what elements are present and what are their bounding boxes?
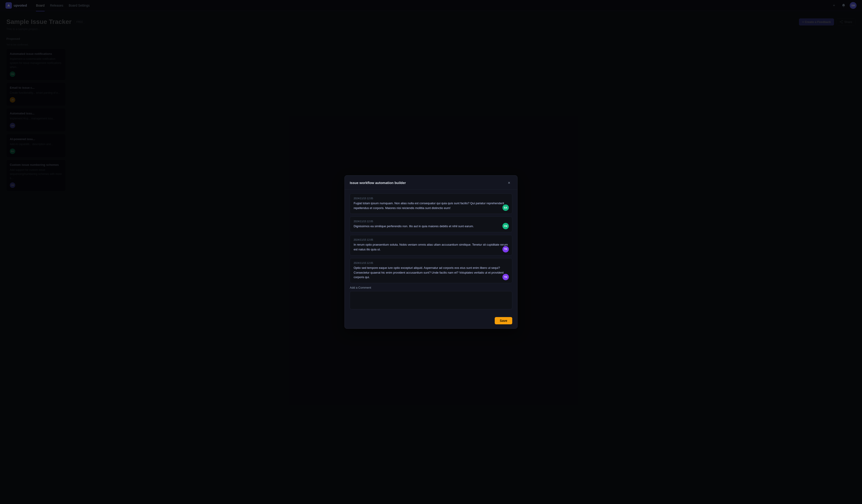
- comment-2: 2024/11/15 12:05 Dignissimos ea similiqu…: [350, 216, 512, 232]
- comment-2-time: 2024/11/15 12:05: [354, 220, 508, 223]
- comment-1-text: Fugiat totam ipsum numquam. Non alias nu…: [354, 201, 508, 211]
- comment-4-time: 2024/11/15 12:05: [354, 262, 508, 264]
- modal-title: Issue workflow automation builder: [350, 181, 406, 185]
- comment-4: 2024/11/15 12:05 Optio sed tempore eaque…: [350, 258, 512, 283]
- modal-footer: Save: [345, 314, 517, 328]
- modal-body: 2024/11/15 12:05 Fugiat totam ipsum numq…: [345, 189, 517, 314]
- add-comment-label: Add a Comment: [350, 286, 512, 289]
- comment-3-avatar: TD: [502, 246, 509, 252]
- comment-2-text: Dignissimos ea similique perferendis non…: [354, 224, 508, 229]
- comment-4-avatar: TD: [502, 274, 509, 280]
- modal-header: Issue workflow automation builder ×: [345, 176, 517, 189]
- comment-input[interactable]: [350, 291, 512, 309]
- comment-1: 2024/11/15 12:05 Fugiat totam ipsum numq…: [350, 194, 512, 214]
- modal-close-button[interactable]: ×: [506, 180, 512, 186]
- comment-3-time: 2024/11/15 12:05: [354, 238, 508, 241]
- comment-4-text: Optio sed tempore eaque iure optio excep…: [354, 266, 508, 280]
- comment-3-text: In rerum optio praesentium soluta. Nobis…: [354, 242, 508, 252]
- comment-3: 2024/11/15 12:05 In rerum optio praesent…: [350, 235, 512, 255]
- comment-1-time: 2024/11/15 12:05: [354, 197, 508, 200]
- modal: Issue workflow automation builder × 2024…: [344, 175, 518, 329]
- comment-2-avatar: FM: [502, 223, 509, 229]
- save-button[interactable]: Save: [495, 317, 512, 324]
- modal-overlay[interactable]: Issue workflow automation builder × 2024…: [0, 0, 862, 504]
